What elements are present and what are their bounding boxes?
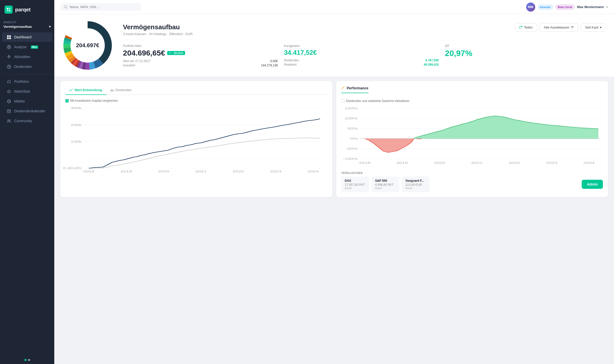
sidebar-item-watchlists[interactable]: Watchlists	[2, 87, 52, 96]
performance-chart-area: 150% 100% 50% 0% -50% -100%	[341, 106, 603, 167]
dividenden-icon	[7, 64, 11, 69]
sidebar-item-maerkte[interactable]: Märkte	[2, 96, 52, 106]
performance-chart-option[interactable]: Dividenden und realisierte Gewinne inklu…	[341, 99, 603, 103]
portfolios-icon	[7, 79, 11, 84]
stat-sub-kursgewinn: Dividenden 6.767,55€ Realisiert 49.399,4…	[284, 59, 439, 66]
admin-button[interactable]: Admin	[582, 180, 603, 189]
sidebar-item-label: Community	[14, 119, 32, 123]
svg-text:2024: 2024	[583, 161, 595, 164]
izf-label: IZF	[445, 44, 600, 48]
analyse-icon	[7, 45, 11, 49]
sidebar-item-community[interactable]: Community	[2, 116, 52, 126]
sidebar-item-label: Analyse	[14, 45, 27, 49]
sidebar-item-label: Aktivitäten	[14, 55, 31, 59]
asset-filter-button[interactable]: Alle Assetklassen	[540, 23, 578, 32]
ansicht-label: Ansicht	[4, 21, 51, 24]
svg-text:2022: 2022	[508, 161, 520, 164]
sidebar: parqet Ansicht Vermögensaufbau ▾ Dashboa…	[0, 0, 54, 364]
filter-icon	[571, 26, 574, 29]
checkbox-checked[interactable]	[65, 99, 69, 102]
stats-grid: Portfolio-Wert 204.696,65€ ↑ 20,21%	[123, 40, 606, 68]
tab-wert-entwicklung[interactable]: Wert-Entwicklung	[65, 86, 106, 95]
stat-sub: Wert am 17.12.2017 0,00€ Investiert 144.…	[123, 59, 278, 67]
avatar: MM	[526, 3, 535, 12]
topbar-right: MM Investor Beta Circle Max Mustermann ▾	[526, 3, 608, 12]
arrow-up-icon	[169, 52, 171, 54]
sidebar-item-label: Dashboard	[14, 35, 32, 39]
compare-item-sp500[interactable]: S&P 500 4.998,80 PKT Asset	[372, 176, 399, 192]
compare-item-vanguard[interactable]: Vanguard F... 113,40 EUR Asset	[402, 176, 430, 192]
sidebar-item-dashboard[interactable]: Dashboard	[2, 32, 52, 42]
stat-izf: IZF 20,97%	[445, 44, 606, 68]
dashboard-icon	[7, 35, 11, 39]
kursgewinn-value: 34.417,52€	[284, 49, 439, 57]
svg-rect-7	[9, 37, 11, 39]
main-area: MM Investor Beta Circle Max Mustermann ▾	[54, 0, 614, 364]
chevron-down-icon[interactable]: ▾	[606, 5, 608, 9]
maerkte-icon	[7, 99, 11, 103]
portfolio-info: Vermögensaufbau 3 Asset Klassen · 34 Hol…	[123, 23, 606, 68]
izf-value: 20,97%	[445, 49, 600, 58]
sidebar-nav: Dashboard Analyse Neu Aktivitäten	[0, 30, 54, 356]
bar-chart-icon	[110, 88, 114, 92]
svg-text:2019: 2019	[396, 161, 407, 164]
svg-point-24	[9, 120, 10, 121]
ansicht-value[interactable]: Vermögensaufbau ▾	[4, 24, 51, 29]
search-wrap[interactable]	[60, 3, 141, 11]
topbar: MM Investor Beta Circle Max Mustermann ▾	[54, 0, 614, 14]
analyse-badge: Neu	[31, 45, 38, 49]
svg-text:2020: 2020	[434, 161, 445, 164]
svg-line-26	[67, 8, 68, 9]
svg-point-9	[8, 46, 10, 48]
sidebar-item-aktivitaeten[interactable]: Aktivitäten	[2, 52, 52, 62]
time-filter-button[interactable]: Seit Kauf ▾	[581, 23, 606, 32]
sidebar-item-analyse[interactable]: Analyse Neu	[2, 42, 52, 52]
svg-rect-0	[7, 8, 8, 9]
svg-rect-21	[8, 111, 9, 112]
compare-item-dax[interactable]: DAX 17.057,60 PKT Asset	[341, 176, 369, 192]
wert-entwicklung-card: Wert-Entwicklung Dividenden	[60, 81, 332, 197]
share-button[interactable]: Teilen	[515, 23, 537, 32]
logo-text: parqet	[15, 7, 31, 13]
svg-rect-1	[9, 8, 10, 9]
checkbox-unchecked[interactable]	[341, 99, 345, 103]
chevron-down-icon: ▾	[600, 25, 602, 29]
svg-text:50%: 50%	[347, 127, 358, 130]
svg-rect-5	[9, 35, 11, 37]
compare-label: VERGLEICHEN	[341, 171, 603, 174]
svg-text:0 (EUR): 0 (EUR)	[63, 167, 82, 170]
badge-beta: Beta Circle	[555, 5, 574, 10]
search-input[interactable]	[70, 5, 138, 9]
sidebar-item-dividenden[interactable]: Dividenden	[2, 62, 52, 71]
svg-text:2018: 2018	[83, 170, 94, 173]
chart-tabs: Wert-Entwicklung Dividenden	[65, 86, 327, 95]
svg-text:2023: 2023	[546, 161, 557, 164]
svg-text:150%: 150%	[344, 107, 357, 110]
svg-rect-3	[9, 10, 10, 11]
chart-option-compare[interactable]: Mit investiertem Kapital vergleichen	[65, 99, 327, 102]
stat-portfolio-wert: Portfolio-Wert 204.696,65€ ↑ 20,21%	[123, 44, 284, 68]
svg-text:2024: 2024	[307, 170, 319, 173]
svg-text:200k: 200k	[71, 123, 82, 126]
svg-text:2020: 2020	[158, 170, 169, 173]
compare-section: VERGLEICHEN DAX 17.057,60 PKT Asset S&P …	[341, 171, 603, 192]
tab-dividenden[interactable]: Dividenden	[106, 86, 136, 95]
svg-text:2021: 2021	[471, 161, 482, 164]
kursgewinn-label: Kursgewinn	[284, 44, 439, 48]
badge-investor: Investor	[538, 5, 553, 10]
portfolio-subtitle: 3 Asset Klassen · 34 Holdings · Öffentli…	[123, 32, 193, 36]
sidebar-item-dividendenkalender[interactable]: Dividendenkalender	[2, 106, 52, 116]
chevron-down-icon: ▾	[49, 25, 51, 29]
sidebar-item-portfolios[interactable]: Portfolios	[2, 77, 52, 86]
svg-text:-100%: -100%	[343, 157, 357, 160]
svg-text:100%: 100%	[344, 117, 357, 120]
sidebar-item-label: Portfolios	[14, 80, 29, 84]
performance-icon	[341, 86, 345, 90]
portfolio-wert-value: 204.696,65€	[123, 49, 165, 57]
svg-point-11	[7, 65, 11, 68]
svg-rect-46	[111, 90, 111, 91]
svg-text:2019: 2019	[120, 170, 132, 173]
svg-text:2022: 2022	[233, 170, 244, 173]
wert-chart-area: 300k 200k 100k 0 (EUR) 2018 2019 2020 20…	[65, 106, 327, 172]
portfolio-title: Vermögensaufbau	[123, 23, 193, 31]
